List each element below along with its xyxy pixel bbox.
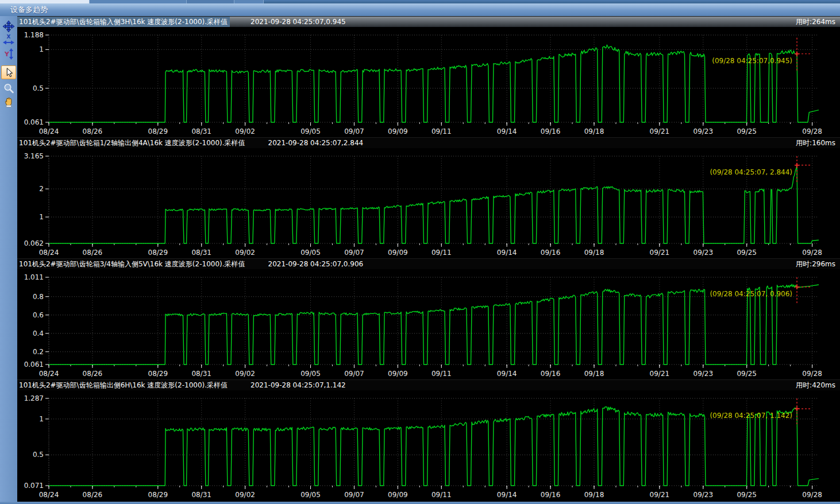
svg-text:08/29: 08/29: [148, 249, 168, 257]
svg-text:0.6: 0.6: [33, 311, 44, 319]
svg-text:1.287: 1.287: [24, 394, 44, 402]
y-zoom-letter: Y: [4, 51, 10, 58]
svg-text:09/18: 09/18: [584, 370, 604, 378]
chart-timestamp-value: 2021-09-28 04:25:07,1.142: [251, 381, 346, 389]
svg-text:09/09: 09/09: [388, 491, 408, 499]
svg-text:09/16: 09/16: [541, 370, 561, 378]
hand-tool-button[interactable]: [1, 95, 16, 109]
chart-panel-3: 101机头2#驱动部\齿轮箱3/4轴输入侧5V\16k 速度波形(2-1000)…: [17, 258, 840, 379]
svg-text:09/14: 09/14: [497, 370, 517, 378]
svg-text:08/24: 08/24: [39, 127, 59, 135]
svg-text:09/11: 09/11: [431, 491, 452, 499]
svg-text:09/21: 09/21: [650, 491, 670, 499]
svg-text:1.188: 1.188: [24, 31, 44, 39]
trend-plot[interactable]: 1.0110.80.60.40.20.06108/2408/2608/2908/…: [17, 269, 840, 379]
svg-text:08/26: 08/26: [83, 491, 103, 499]
chart-header[interactable]: 101机头2#驱动部\齿轮箱3/4轴输入侧5V\16k 速度波形(2-1000)…: [17, 258, 840, 269]
svg-text:09/25: 09/25: [737, 370, 757, 378]
svg-text:(09/28 04:25:07, 1.142): (09/28 04:25:07, 1.142): [710, 412, 792, 420]
chart-title: 101机头2#驱动部\齿轮箱输入侧3H\16k 速度波形(2-1000).采样值: [17, 17, 230, 28]
svg-text:1: 1: [39, 45, 44, 53]
svg-text:09/18: 09/18: [584, 491, 604, 499]
svg-text:08/24: 08/24: [39, 491, 59, 499]
svg-text:08/29: 08/29: [148, 370, 168, 378]
svg-text:2: 2: [39, 185, 44, 193]
chart-elapsed-time: 用时:160ms: [796, 138, 840, 148]
cursor-tool-button[interactable]: [1, 65, 16, 79]
svg-text:08/31: 08/31: [191, 491, 211, 499]
chart-header[interactable]: 101机头2#驱动部\齿轮箱输入侧3H\16k 速度波形(2-1000).采样值…: [17, 16, 840, 27]
svg-text:09/07: 09/07: [344, 491, 364, 499]
hand-icon: [3, 96, 14, 108]
chart-title: 101机头2#驱动部\齿轮箱输出侧6H\16k 速度波形(2-1000).采样值: [17, 380, 230, 391]
bottom-strip: [0, 502, 840, 504]
svg-text:09/23: 09/23: [693, 370, 714, 378]
chart-elapsed-time: 用时:296ms: [796, 259, 840, 269]
svg-text:09/09: 09/09: [388, 127, 408, 135]
tab-strip-segment: [0, 0, 90, 3]
svg-text:09/07: 09/07: [344, 370, 364, 378]
trend-plot[interactable]: 1.18810.50.06108/2408/2608/2908/3109/020…: [17, 27, 840, 137]
svg-text:09/05: 09/05: [300, 127, 321, 135]
svg-text:09/16: 09/16: [541, 127, 561, 135]
move-arrows-icon: [2, 20, 15, 33]
svg-text:09/18: 09/18: [584, 127, 604, 135]
svg-text:0.5: 0.5: [33, 451, 44, 459]
trend-plot[interactable]: 3.165210.06208/2408/2608/2908/3109/0209/…: [17, 148, 840, 258]
svg-text:(09/28 04:25:07,0.945): (09/28 04:25:07,0.945): [712, 57, 792, 65]
chart-header[interactable]: 101机头2#驱动部\齿轮箱1/2轴输出侧4A\16k 速度波形(2-1000)…: [17, 137, 840, 148]
horizontal-arrows-icon: [2, 39, 15, 46]
svg-text:0.5: 0.5: [33, 84, 44, 92]
svg-text:0.071: 0.071: [24, 482, 44, 490]
svg-text:09/21: 09/21: [650, 249, 670, 257]
chart-elapsed-time: 用时:264ms: [796, 17, 840, 27]
svg-text:09/25: 09/25: [737, 249, 757, 257]
zoom-tool-button[interactable]: [1, 82, 16, 95]
svg-text:3.165: 3.165: [24, 152, 44, 160]
svg-text:09/23: 09/23: [693, 249, 714, 257]
chart-stack: 101机头2#驱动部\齿轮箱输入侧3H\16k 速度波形(2-1000).采样值…: [17, 16, 840, 502]
svg-text:09/21: 09/21: [650, 127, 670, 135]
svg-text:08/31: 08/31: [191, 370, 211, 378]
svg-text:08/31: 08/31: [191, 127, 211, 135]
svg-text:09/16: 09/16: [541, 249, 561, 257]
tab-strip-segment: [90, 0, 187, 3]
svg-text:09/09: 09/09: [388, 370, 408, 378]
chart-timestamp-value: 2021-09-28 04:25:07,0.945: [251, 18, 346, 26]
y-zoom-tool-button[interactable]: Y: [1, 47, 16, 61]
svg-text:08/24: 08/24: [39, 370, 59, 378]
svg-text:09/02: 09/02: [235, 491, 255, 499]
x-zoom-label: X: [7, 34, 11, 39]
svg-text:09/09: 09/09: [388, 249, 408, 257]
svg-text:08/24: 08/24: [39, 249, 59, 257]
magnifier-icon: [3, 83, 14, 94]
x-zoom-tool-button[interactable]: X: [1, 33, 16, 47]
svg-text:09/02: 09/02: [235, 370, 255, 378]
tab-strip-segment: [187, 0, 234, 3]
svg-text:09/18: 09/18: [584, 249, 604, 257]
window-titlebar: 设备多趋势: [0, 3, 840, 16]
svg-text:08/26: 08/26: [83, 127, 103, 135]
svg-text:0.8: 0.8: [33, 293, 44, 301]
svg-text:09/11: 09/11: [431, 127, 452, 135]
svg-text:08/26: 08/26: [83, 370, 103, 378]
pan-all-tool-button[interactable]: [1, 20, 16, 33]
chart-panel-2: 101机头2#驱动部\齿轮箱1/2轴输出侧4A\16k 速度波形(2-1000)…: [17, 137, 840, 258]
svg-text:09/05: 09/05: [300, 491, 321, 499]
chart-title: 101机头2#驱动部\齿轮箱1/2轴输出侧4A\16k 速度波形(2-1000)…: [17, 138, 248, 149]
window-title: 设备多趋势: [10, 5, 48, 14]
trend-plot[interactable]: 1.28710.50.07108/2408/2608/2908/3109/020…: [17, 390, 840, 501]
svg-text:08/29: 08/29: [148, 127, 168, 135]
svg-text:09/05: 09/05: [300, 249, 321, 257]
svg-text:09/11: 09/11: [431, 370, 452, 378]
svg-text:09/23: 09/23: [693, 127, 714, 135]
svg-text:09/21: 09/21: [650, 370, 670, 378]
main-area: X Y: [0, 16, 840, 502]
svg-text:09/14: 09/14: [497, 249, 517, 257]
svg-text:09/02: 09/02: [235, 249, 255, 257]
chart-header[interactable]: 101机头2#驱动部\齿轮箱输出侧6H\16k 速度波形(2-1000).采样值…: [17, 379, 840, 390]
svg-text:09/16: 09/16: [541, 491, 561, 499]
chart-timestamp-value: 2021-09-28 04:25:07,2.844: [268, 139, 364, 147]
svg-text:09/02: 09/02: [235, 127, 255, 135]
svg-text:09/28: 09/28: [802, 491, 822, 499]
